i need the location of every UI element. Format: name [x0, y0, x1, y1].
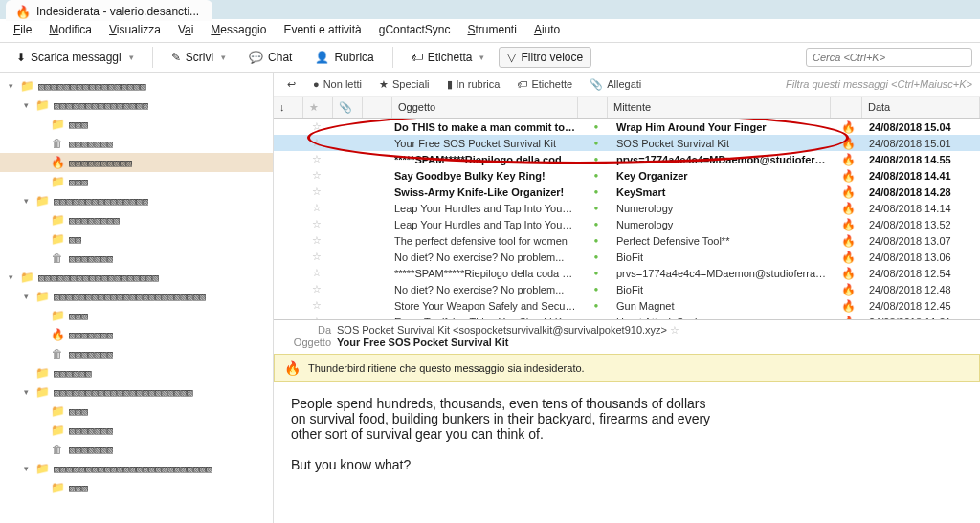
chat-button[interactable]: 💬 Chat	[240, 47, 301, 68]
message-list[interactable]: ☆Do THIS to make a man commit to you●Wra…	[274, 119, 980, 319]
menu-gcontactsync[interactable]: gContactSync	[371, 21, 458, 42]
message-row[interactable]: ☆No diet? No exercise? No problem...●Bio…	[274, 249, 980, 265]
message-row[interactable]: ☆Your Free SOS Pocket Survival Kit●SOS P…	[274, 135, 980, 151]
filter-labels[interactable]: 🏷 Etichette	[511, 76, 578, 92]
message-row[interactable]: ☆The perfect defensive tool for women●Pe…	[274, 232, 980, 249]
download-messages-button[interactable]: ⬇ Scarica messaggi▾	[8, 47, 143, 68]
menu-vai[interactable]: Vai	[170, 21, 201, 42]
message-pane: ↩ ● Non letti ★ Speciali ▮ In rubrica 🏷 …	[274, 73, 980, 523]
col-subject: Oggetto	[392, 97, 578, 118]
addressbook-button[interactable]: 👤 Rubrica	[306, 47, 382, 68]
folder-item[interactable]: 📁▧▧▧▧▧▧	[0, 363, 273, 382]
folder-tree[interactable]: ▾📁▧▧▧▧▧▧▧▧▧▧▧▧▧▧▧▧▧▾📁▧▧▧▧▧▧▧▧▧▧▧▧▧▧▧📁▧▧▧…	[0, 73, 274, 523]
junk-warning-text: Thunderbird ritiene che questo messaggio…	[308, 362, 585, 374]
menu-visualizza[interactable]: Visualizza	[101, 21, 168, 42]
tab-title: Indesiderata - valerio.desancti...	[36, 5, 199, 18]
menu-messaggio[interactable]: Messaggio	[203, 21, 274, 42]
message-header: DaSOS Pocket Survival Kit <sospocketsurv…	[274, 319, 980, 354]
quick-filter-button[interactable]: ▽ Filtro veloce	[499, 47, 591, 68]
message-row[interactable]: ☆Swiss-Army Knife-Like Organizer!●KeySma…	[274, 184, 980, 200]
global-search-input[interactable]	[806, 48, 972, 67]
message-row[interactable]: ☆Store Your Weapon Safely and Securely A…	[274, 297, 980, 314]
main-toolbar: ⬇ Scarica messaggi▾ ✎ Scrivi▾ 💬 Chat 👤 R…	[0, 43, 980, 73]
filter-search-placeholder[interactable]: Filtra questi messaggi <Ctrl+Maiusc+K>	[653, 78, 972, 90]
junk-icon: 🔥	[284, 360, 301, 376]
junk-warning-bar: 🔥 Thunderbird ritiene che questo messagg…	[274, 354, 980, 382]
message-row[interactable]: ☆Every Terrifying Thing You Should Know …	[274, 314, 980, 319]
menu-strumenti[interactable]: Strumenti	[460, 21, 524, 42]
folder-item[interactable]: 📁▧▧	[0, 229, 273, 249]
message-row[interactable]: ☆No diet? No exercise? No problem...●Bio…	[274, 281, 980, 297]
folder-item[interactable]: ▾📁▧▧▧▧▧▧▧▧▧▧▧▧▧▧▧▧▧▧▧▧▧▧▧▧▧	[0, 459, 273, 478]
thunderbird-icon: 🔥	[15, 5, 31, 19]
menu-modifica[interactable]: Modifica	[41, 21, 100, 42]
folder-item[interactable]: 🗑▧▧▧▧▧▧▧	[0, 249, 273, 268]
folder-item[interactable]: 🗑▧▧▧▧▧▧▧	[0, 344, 273, 363]
folder-item[interactable]: 📁▧▧▧	[0, 172, 273, 191]
folder-item[interactable]: ▾📁▧▧▧▧▧▧▧▧▧▧▧▧▧▧▧▧▧	[0, 76, 273, 96]
message-row[interactable]: ☆Do THIS to make a man commit to you●Wra…	[274, 119, 980, 135]
message-row[interactable]: ☆*****SPAM*****Riepilogo della coda dei …	[274, 265, 980, 281]
folder-item[interactable]: 📁▧▧▧	[0, 402, 273, 421]
write-button[interactable]: ✎ Scrivi▾	[163, 47, 234, 68]
filter-reply-icon[interactable]: ↩	[281, 76, 301, 93]
column-headers[interactable]: ↓★📎 Oggetto Mittente Data	[274, 97, 980, 119]
folder-item[interactable]: 📁▧▧▧▧▧▧▧▧	[0, 210, 273, 229]
col-sender: Mittente	[608, 97, 831, 118]
message-row[interactable]: ☆Leap Your Hurdles and Tap Into Your Opp…	[274, 216, 980, 232]
folder-item[interactable]: ▾📁▧▧▧▧▧▧▧▧▧▧▧▧▧▧▧	[0, 96, 273, 115]
filter-attachments[interactable]: 📎 Allegati	[584, 76, 647, 93]
filter-starred[interactable]: ★ Speciali	[373, 76, 435, 93]
label-button[interactable]: 🏷 Etichetta▾	[403, 47, 494, 68]
folder-item[interactable]: ▾📁▧▧▧▧▧▧▧▧▧▧▧▧▧▧▧▧▧▧▧▧▧▧	[0, 382, 273, 402]
folder-item[interactable]: ▾📁▧▧▧▧▧▧▧▧▧▧▧▧▧▧▧▧▧▧▧▧▧▧▧▧	[0, 287, 273, 306]
message-row[interactable]: ☆Leap Your Hurdles and Tap Into Your Opp…	[274, 200, 980, 216]
folder-item[interactable]: 🔥▧▧▧▧▧▧▧▧▧▧	[0, 153, 273, 172]
filter-contacts[interactable]: ▮ In rubrica	[441, 76, 506, 93]
menu-eventi e attività[interactable]: Eventi e attività	[276, 21, 368, 42]
quick-filter-bar: ↩ ● Non letti ★ Speciali ▮ In rubrica 🏷 …	[274, 73, 980, 97]
header-from: SOS Pocket Survival Kit <sospocketsurviv…	[337, 324, 667, 336]
folder-item[interactable]: 🗑▧▧▧▧▧▧▧	[0, 440, 273, 459]
folder-item[interactable]: 📁▧▧▧	[0, 478, 273, 497]
header-subject: Your Free SOS Pocket Survival Kit	[337, 337, 509, 348]
folder-item[interactable]: ▾📁▧▧▧▧▧▧▧▧▧▧▧▧▧▧▧▧▧▧▧	[0, 268, 273, 287]
menu-aiuto[interactable]: Aiuto	[526, 21, 568, 42]
folder-item[interactable]: 📁▧▧▧	[0, 115, 273, 134]
col-date: Data	[862, 97, 980, 118]
window-tab[interactable]: 🔥 Indesiderata - valerio.desancti...	[6, 0, 212, 21]
menu-file[interactable]: File	[6, 21, 39, 42]
message-body: People spend hundreds, thousands, even t…	[274, 382, 980, 523]
star-icon[interactable]: ☆	[670, 324, 679, 336]
folder-item[interactable]: 🗑▧▧▧▧▧▧▧	[0, 134, 273, 153]
folder-item[interactable]: 📁▧▧▧	[0, 306, 273, 325]
filter-unread[interactable]: ● Non letti	[307, 76, 368, 92]
message-row[interactable]: ☆*****SPAM*****Riepilogo della coda dei …	[274, 151, 980, 167]
folder-item[interactable]: 🔥▧▧▧▧▧▧▧	[0, 325, 273, 344]
message-row[interactable]: ☆Say Goodbye Bulky Key Ring!●Key Organiz…	[274, 167, 980, 184]
folder-item[interactable]: 📁▧▧▧▧▧▧▧	[0, 421, 273, 440]
window-titlebar: 🔥 Indesiderata - valerio.desancti...	[0, 0, 980, 19]
folder-item[interactable]: ▾📁▧▧▧▧▧▧▧▧▧▧▧▧▧▧▧	[0, 191, 273, 210]
menu-bar: FileModificaVisualizzaVaiMessaggioEventi…	[0, 19, 980, 43]
